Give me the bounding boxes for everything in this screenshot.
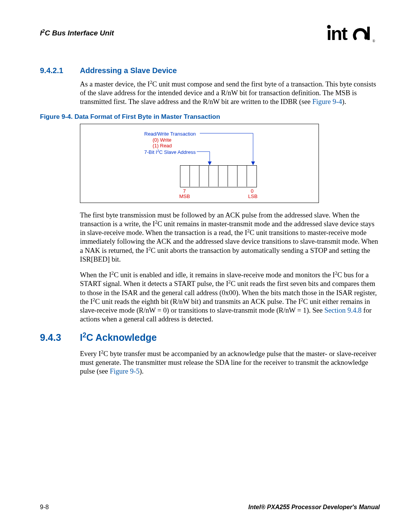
svg-marker-10 (208, 161, 212, 165)
text: Every I (80, 350, 101, 358)
page-header: I2C Bus Interface Unit int l ® (40, 23, 380, 46)
paragraph-1: As a master device, the I2C unit must co… (80, 80, 380, 106)
text: C unit is enabled and idle, it remains i… (114, 271, 335, 279)
section-title: Addressing a Slave Device (80, 66, 177, 75)
header-title-text-post: C Bus Interface Unit (45, 29, 114, 37)
paragraph-2: The first byte transmission must be foll… (80, 211, 380, 264)
bit-divider (209, 165, 209, 187)
paragraph-3: When the I2C unit is enabled and idle, i… (80, 270, 380, 323)
text: When the I (80, 271, 112, 279)
svg-marker-7 (251, 161, 255, 165)
page-number: 9-8 (40, 504, 49, 511)
bit-divider (190, 165, 190, 187)
page: I2C Bus Interface Unit int l ® 9.4.2.1 A… (0, 0, 411, 532)
text: ). (342, 97, 346, 105)
text: ). (139, 367, 143, 375)
intel-logo-icon: int l ® (327, 23, 380, 46)
svg-point-3 (364, 37, 367, 40)
header-title: I2C Bus Interface Unit (40, 29, 114, 37)
section-heading-9-4-3: 9.4.3 I2C Acknowledge (40, 332, 380, 343)
link-figure-9-5[interactable]: Figure 9-5 (110, 367, 139, 375)
bit-divider (237, 165, 237, 187)
link-section-9-4-8[interactable]: Section 9.4.8 (325, 306, 362, 314)
paragraph-4: Every I2C byte transfer must be accompan… (80, 349, 380, 376)
text: C unit reads the eighth bit (R/nW bit) a… (95, 297, 301, 305)
page-footer: 9-8 Intel® PXA255 Processor Developer's … (40, 504, 380, 511)
link-figure-9-4[interactable]: Figure 9-4 (312, 97, 342, 105)
text: As a master device, the I (80, 80, 150, 88)
bit-divider (228, 165, 228, 187)
svg-point-1 (327, 25, 331, 29)
figure-msb: MSB (179, 193, 190, 200)
header-title-sup: 2 (42, 28, 45, 34)
section-title: I2C Acknowledge (80, 332, 157, 343)
section-heading-9-4-2-1: 9.4.2.1 Addressing a Slave Device (40, 66, 380, 75)
bit-row (180, 165, 257, 187)
svg-text:®: ® (372, 39, 375, 43)
figure-lsb: LSB (248, 193, 258, 200)
bit-divider (247, 165, 247, 187)
figure-caption: Figure 9-4. Data Format of First Byte in… (40, 113, 380, 121)
bit-divider (199, 165, 199, 187)
section-number: 9.4.2.1 (40, 66, 80, 75)
figure-connectors-icon (80, 124, 319, 203)
bit-divider (218, 165, 218, 187)
figure-inner: Read/Write Transaction (0) Write (1) Rea… (80, 124, 319, 203)
section-number: 9.4.3 (40, 332, 80, 343)
manual-title: Intel® PXA255 Processor Developer's Manu… (248, 504, 380, 511)
figure-9-4: Read/Write Transaction (0) Write (1) Rea… (80, 124, 380, 203)
